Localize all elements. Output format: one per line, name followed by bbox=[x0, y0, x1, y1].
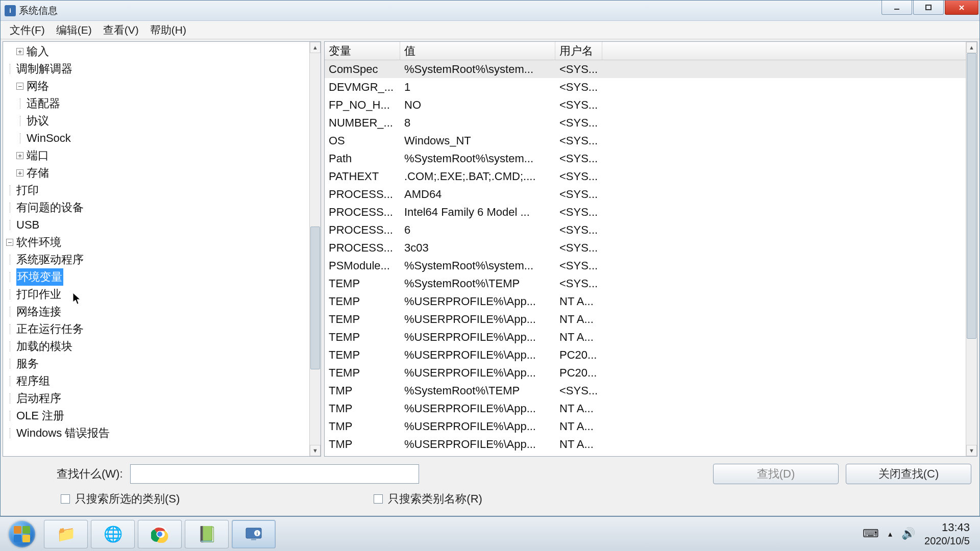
scroll-down-button[interactable]: ▼ bbox=[310, 445, 321, 456]
tree-item[interactable]: 调制解调器 bbox=[6, 60, 309, 78]
tree-item[interactable]: +端口 bbox=[6, 147, 309, 164]
col-value[interactable]: 值 bbox=[400, 42, 555, 60]
tree-item[interactable]: USB bbox=[6, 216, 309, 234]
close-button[interactable] bbox=[945, 1, 978, 15]
volume-icon[interactable]: 🔊 bbox=[901, 527, 915, 540]
tree-item[interactable]: Windows 错误报告 bbox=[6, 424, 309, 442]
table-row[interactable]: TMP%USERPROFILE%\App...NT A... bbox=[325, 417, 966, 435]
details-scrollbar[interactable]: ▲ ▼ bbox=[966, 42, 977, 456]
tree-scrollbar[interactable]: ▲ ▼ bbox=[309, 42, 321, 456]
table-row[interactable]: NUMBER_...8<SYS... bbox=[325, 114, 966, 132]
tree-item-label: 网络 bbox=[27, 78, 49, 95]
table-row[interactable]: PROCESS...3c03<SYS... bbox=[325, 239, 966, 257]
table-row[interactable]: TEMP%USERPROFILE%\App...NT A... bbox=[325, 310, 966, 328]
table-row[interactable]: TEMP%USERPROFILE%\App...NT A... bbox=[325, 292, 966, 310]
tree-item[interactable]: 有问题的设备 bbox=[6, 199, 309, 216]
scroll-track[interactable] bbox=[966, 53, 977, 445]
table-cell: NT A... bbox=[555, 420, 602, 433]
taskbar-item-msinfo32[interactable]: i bbox=[232, 520, 276, 548]
tree-item[interactable]: 打印作业 bbox=[6, 286, 309, 303]
scroll-up-button[interactable]: ▲ bbox=[966, 42, 977, 53]
scroll-thumb[interactable] bbox=[967, 53, 976, 339]
table-cell: <SYS... bbox=[555, 170, 602, 183]
table-row[interactable]: TEMP%USERPROFILE%\App...NT A... bbox=[325, 328, 966, 346]
taskbar-item-browser[interactable]: 🌐 bbox=[91, 520, 135, 548]
table-row[interactable]: FP_NO_H...NO<SYS... bbox=[325, 96, 966, 114]
table-row[interactable]: TMP%SystemRoot%\TEMP<SYS... bbox=[325, 382, 966, 399]
category-tree[interactable]: +输入调制解调器−网络适配器协议WinSock+端口+存储打印有问题的设备USB… bbox=[3, 42, 309, 456]
table-cell: <SYS... bbox=[555, 206, 602, 219]
table-row[interactable]: Path%SystemRoot%\system...<SYS... bbox=[325, 149, 966, 167]
tree-item[interactable]: 打印 bbox=[6, 182, 309, 199]
find-input[interactable] bbox=[130, 464, 419, 484]
tree-item[interactable]: 服务 bbox=[6, 355, 309, 372]
maximize-button[interactable] bbox=[913, 1, 944, 15]
tree-item[interactable]: 正在运行任务 bbox=[6, 320, 309, 338]
expand-icon[interactable]: + bbox=[16, 169, 23, 177]
titlebar[interactable]: i 系统信息 bbox=[1, 1, 979, 21]
menu-file[interactable]: 文件(F) bbox=[5, 21, 50, 39]
collapse-icon[interactable]: − bbox=[16, 83, 23, 90]
table-row[interactable]: OSWindows_NT<SYS... bbox=[325, 132, 966, 149]
minimize-button[interactable] bbox=[881, 1, 912, 15]
table-row[interactable]: PROCESS...6<SYS... bbox=[325, 221, 966, 239]
scroll-track[interactable] bbox=[310, 53, 321, 445]
tree-item[interactable]: WinSock bbox=[6, 130, 309, 147]
col-username[interactable]: 用户名 bbox=[555, 42, 602, 60]
tree-item[interactable]: 启动程序 bbox=[6, 390, 309, 407]
tree-item[interactable]: −网络 bbox=[6, 78, 309, 95]
menu-view[interactable]: 查看(V) bbox=[98, 21, 144, 39]
tree-item[interactable]: +存储 bbox=[6, 164, 309, 182]
table-row[interactable]: TEMP%SystemRoot%\TEMP<SYS... bbox=[325, 274, 966, 292]
taskbar-item-explorer[interactable]: 📁 bbox=[44, 520, 88, 548]
tree-item[interactable]: 适配器 bbox=[6, 95, 309, 112]
menu-help[interactable]: 帮助(H) bbox=[145, 21, 191, 39]
col-variable[interactable]: 变量 bbox=[325, 42, 400, 60]
start-button[interactable] bbox=[3, 520, 41, 548]
checkbox-label: 只搜索类别名称(R) bbox=[388, 491, 482, 507]
close-find-button[interactable]: 关闭查找(C) bbox=[846, 464, 971, 484]
table-row[interactable]: TEMP%USERPROFILE%\App...PC20... bbox=[325, 346, 966, 364]
table-cell: NT A... bbox=[555, 402, 602, 415]
table-row[interactable]: TMP%USERPROFILE%\App...NT A... bbox=[325, 399, 966, 417]
table-row[interactable]: TMP%USERPROFILE%\App...NT A... bbox=[325, 435, 966, 453]
keyboard-icon[interactable]: ⌨ bbox=[863, 527, 879, 540]
search-category-names-only-checkbox[interactable]: 只搜索类别名称(R) bbox=[374, 491, 482, 507]
table-row[interactable]: PROCESS...AMD64<SYS... bbox=[325, 185, 966, 203]
table-row[interactable]: PSModule...%SystemRoot%\system...<SYS... bbox=[325, 257, 966, 274]
tree-item[interactable]: OLE 注册 bbox=[6, 407, 309, 424]
taskbar-item-notes[interactable]: 📗 bbox=[185, 520, 229, 548]
tree-item[interactable]: 环境变量 bbox=[6, 268, 309, 286]
scroll-down-button[interactable]: ▼ bbox=[966, 445, 977, 456]
scroll-thumb[interactable] bbox=[310, 227, 320, 369]
tree-item[interactable]: +输入 bbox=[6, 43, 309, 60]
table-cell: TEMP bbox=[325, 348, 400, 362]
scroll-up-button[interactable]: ▲ bbox=[310, 42, 321, 53]
table-cell: <SYS... bbox=[555, 116, 602, 130]
tree-item[interactable]: 系统驱动程序 bbox=[6, 251, 309, 268]
table-cell: <SYS... bbox=[555, 134, 602, 147]
collapse-icon[interactable]: − bbox=[6, 239, 13, 246]
tree-item[interactable]: 协议 bbox=[6, 112, 309, 130]
table-row[interactable]: PROCESS...Intel64 Family 6 Model ...<SYS… bbox=[325, 203, 966, 221]
tree-item[interactable]: −软件环境 bbox=[6, 234, 309, 251]
find-button[interactable]: 查找(D) bbox=[713, 464, 839, 484]
taskbar-item-chrome[interactable] bbox=[138, 520, 182, 548]
search-selected-only-checkbox[interactable]: 只搜索所选的类别(S) bbox=[61, 491, 180, 507]
tree-item-label: 环境变量 bbox=[16, 268, 63, 286]
table-cell: PATHEXT bbox=[325, 170, 400, 183]
tree-item[interactable]: 加载的模块 bbox=[6, 338, 309, 355]
expand-icon[interactable]: + bbox=[16, 48, 23, 55]
tree-item[interactable]: 程序组 bbox=[6, 372, 309, 390]
table-row[interactable]: TEMP%USERPROFILE%\App...PC20... bbox=[325, 364, 966, 382]
tree-item-label: 有问题的设备 bbox=[16, 199, 84, 216]
tray-overflow-button[interactable]: ▴ bbox=[888, 529, 892, 539]
table-row[interactable]: ComSpec%SystemRoot%\system...<SYS... bbox=[325, 60, 966, 78]
menu-edit[interactable]: 编辑(E) bbox=[51, 21, 97, 39]
tree-item-label: 打印 bbox=[16, 182, 39, 199]
table-row[interactable]: DEVMGR_...1<SYS... bbox=[325, 78, 966, 96]
clock[interactable]: 13:43 2020/10/5 bbox=[924, 521, 977, 546]
tree-item[interactable]: 网络连接 bbox=[6, 303, 309, 320]
table-row[interactable]: PATHEXT.COM;.EXE;.BAT;.CMD;....<SYS... bbox=[325, 167, 966, 185]
expand-icon[interactable]: + bbox=[16, 152, 23, 159]
